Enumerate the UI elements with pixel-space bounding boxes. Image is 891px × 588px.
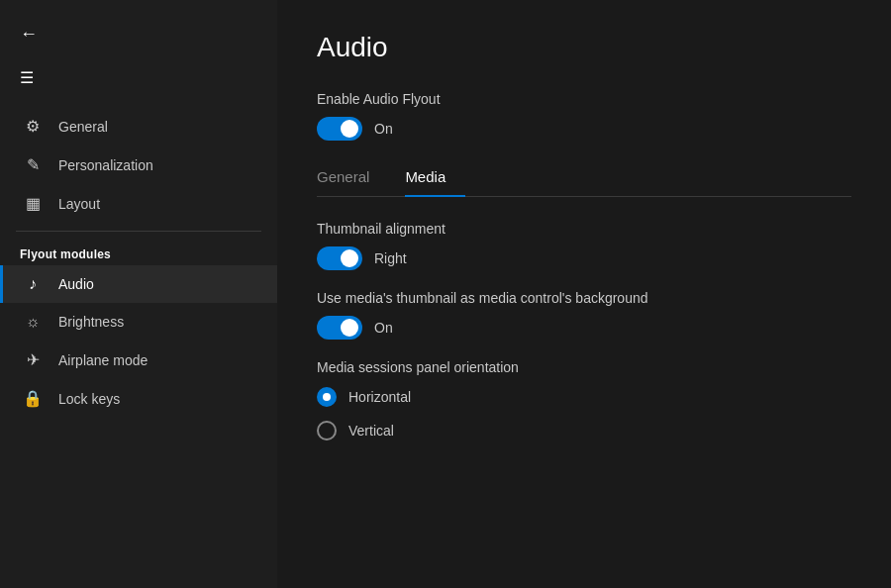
sidebar-item-lock-keys[interactable]: 🔒 Lock keys xyxy=(0,379,277,418)
use-thumbnail-bg-state: On xyxy=(374,320,393,336)
panel-orientation-row: Media sessions panel orientation Horizon… xyxy=(317,359,851,441)
thumbnail-alignment-row: Thumbnail alignment Right xyxy=(317,221,851,270)
use-thumbnail-bg-row: Use media's thumbnail as media control's… xyxy=(317,290,851,340)
sidebar-item-airplane-mode[interactable]: ✈ Airplane mode xyxy=(0,341,277,379)
use-thumbnail-bg-toggle-container: On xyxy=(317,316,851,340)
hamburger-button[interactable]: ☰ xyxy=(0,60,53,107)
enable-audio-flyout-toggle[interactable] xyxy=(317,117,362,141)
sidebar-item-label: Personalization xyxy=(58,157,153,173)
personalization-icon: ✎ xyxy=(23,155,43,174)
toggle-thumb xyxy=(341,319,358,337)
sidebar-item-label: Lock keys xyxy=(58,391,120,407)
toggle-track xyxy=(317,246,362,270)
enable-audio-flyout-state: On xyxy=(374,121,393,137)
page-title: Audio xyxy=(317,32,851,63)
radio-inner-horizontal xyxy=(323,393,331,401)
gear-icon: ⚙ xyxy=(23,117,43,136)
flyout-modules-label: Flyout modules xyxy=(0,240,277,265)
hamburger-icon: ☰ xyxy=(20,69,34,86)
tab-general[interactable]: General xyxy=(317,160,389,197)
radio-outer-horizontal xyxy=(317,387,337,407)
sidebar-item-brightness[interactable]: ☼ Brightness xyxy=(0,303,277,341)
sidebar-item-label: General xyxy=(58,119,108,135)
sidebar-item-audio[interactable]: ♪ Audio xyxy=(0,265,277,303)
radio-outer-vertical xyxy=(317,421,337,441)
tabs-container: General Media xyxy=(317,160,851,197)
toggle-thumb xyxy=(341,249,358,267)
lock-icon: 🔒 xyxy=(23,389,43,408)
toggle-thumb xyxy=(341,120,358,138)
use-thumbnail-bg-toggle[interactable] xyxy=(317,316,362,340)
thumbnail-alignment-label: Thumbnail alignment xyxy=(317,221,851,237)
panel-orientation-label: Media sessions panel orientation xyxy=(317,359,851,375)
radio-label-horizontal: Horizontal xyxy=(348,389,411,405)
enable-audio-flyout-label: Enable Audio Flyout xyxy=(317,91,851,107)
sidebar-item-personalization[interactable]: ✎ Personalization xyxy=(0,146,277,184)
back-icon: ← xyxy=(20,24,38,44)
thumbnail-alignment-toggle[interactable] xyxy=(317,246,362,270)
back-button[interactable]: ← xyxy=(0,16,57,60)
tab-media[interactable]: Media xyxy=(405,160,465,197)
sidebar-item-label: Brightness xyxy=(58,314,124,330)
radio-label-vertical: Vertical xyxy=(348,423,394,439)
airplane-icon: ✈ xyxy=(23,350,43,369)
sidebar-item-general[interactable]: ⚙ General xyxy=(0,107,277,146)
sidebar-divider xyxy=(16,231,261,232)
radio-vertical[interactable]: Vertical xyxy=(317,421,851,441)
sidebar-item-label: Audio xyxy=(58,276,94,292)
use-thumbnail-bg-label: Use media's thumbnail as media control's… xyxy=(317,290,851,306)
layout-icon: ▦ xyxy=(23,194,43,213)
radio-horizontal[interactable]: Horizontal xyxy=(317,387,851,407)
toggle-track xyxy=(317,316,362,340)
sidebar-item-layout[interactable]: ▦ Layout xyxy=(0,184,277,223)
enable-audio-flyout-row: Enable Audio Flyout On xyxy=(317,91,851,141)
thumbnail-alignment-toggle-container: Right xyxy=(317,246,851,270)
toggle-track xyxy=(317,117,362,141)
enable-audio-flyout-toggle-container: On xyxy=(317,117,851,141)
sidebar-item-label: Airplane mode xyxy=(58,352,148,368)
main-content: Audio Enable Audio Flyout On General Med… xyxy=(277,0,891,588)
sidebar-item-label: Layout xyxy=(58,196,100,212)
audio-icon: ♪ xyxy=(23,275,43,293)
brightness-icon: ☼ xyxy=(23,313,43,331)
thumbnail-alignment-state: Right xyxy=(374,250,407,266)
sidebar: ← ☰ ⚙ General ✎ Personalization ▦ Layout… xyxy=(0,0,277,588)
